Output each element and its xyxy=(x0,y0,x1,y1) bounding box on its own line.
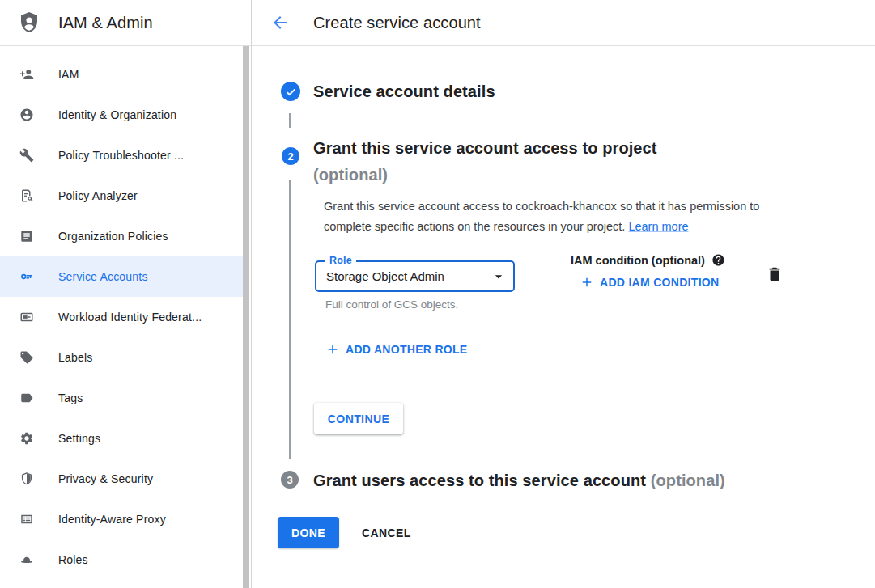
sidebar-item-settings[interactable]: Settings xyxy=(0,418,243,459)
step3-title-text: Grant users access to this service accou… xyxy=(313,472,646,489)
sidebar-item-privacy-security[interactable]: Privacy & Security xyxy=(0,459,243,499)
arrow-back-icon xyxy=(270,13,290,32)
sidebar-item-label: Workload Identity Federat... xyxy=(58,311,202,324)
sidebar-item-label: IAM xyxy=(58,68,79,81)
sidebar-item-label: Identity & Organization xyxy=(58,108,176,121)
service-account-key-icon xyxy=(19,269,34,284)
sidebar-item-identity-organization[interactable]: Identity & Organization xyxy=(0,95,243,135)
sidebar-item-label: Settings xyxy=(58,432,100,445)
page-title: Create service account xyxy=(313,0,481,45)
sidebar-item-label: Identity-Aware Proxy xyxy=(58,513,166,526)
step3-title[interactable]: Grant users access to this service accou… xyxy=(313,469,725,492)
role-helper-text: Full control of GCS objects. xyxy=(325,298,458,311)
sidebar-item-label: Policy Analyzer xyxy=(58,189,138,202)
shield-half-icon xyxy=(19,472,34,486)
policy-analyzer-icon xyxy=(19,188,34,203)
create-service-account-page: IAM & Admin Create service account IAMId… xyxy=(0,0,875,588)
sidebar-item-identity-aware-proxy[interactable]: Identity-Aware Proxy xyxy=(0,499,243,539)
step1-title[interactable]: Service account details xyxy=(313,80,495,103)
sidebar-item-service-accounts[interactable]: Service Accounts xyxy=(0,256,243,297)
sidebar-item-organization-policies[interactable]: Organization Policies xyxy=(0,216,243,256)
back-button[interactable] xyxy=(270,12,291,33)
step3-optional-text: (optional) xyxy=(651,472,725,489)
step-connector xyxy=(289,180,291,459)
sidebar-nav: IAMIdentity & OrganizationPolicy Trouble… xyxy=(0,46,243,588)
help-icon[interactable] xyxy=(711,253,725,267)
tag-arrow-icon xyxy=(19,391,34,405)
add-iam-condition-button[interactable]: ADD IAM CONDITION xyxy=(580,275,719,290)
check-icon xyxy=(285,86,297,98)
sidebar-item-label: Service Accounts xyxy=(58,270,148,283)
add-another-role-button[interactable]: ADD ANOTHER ROLE xyxy=(325,342,468,357)
account-circle-icon xyxy=(19,108,34,122)
sidebar-item-label: Policy Troubleshooter ... xyxy=(58,149,184,162)
plus-icon xyxy=(325,342,340,357)
sidebar-scrollbar[interactable] xyxy=(243,46,249,588)
dropdown-caret-icon xyxy=(491,269,507,285)
step2-title-text: Grant this service account access to pro… xyxy=(313,135,657,162)
iam-condition-label: IAM condition (optional) xyxy=(571,253,725,267)
sidebar-divider xyxy=(251,0,252,588)
cancel-button[interactable]: CANCEL xyxy=(354,517,419,548)
sidebar-item-labels[interactable]: Labels xyxy=(0,337,243,378)
proxy-grid-icon xyxy=(19,512,34,527)
plus-icon xyxy=(580,275,594,290)
step-connector xyxy=(289,113,291,128)
step2-number: 2 xyxy=(287,150,293,163)
role-selected-value: Storage Object Admin xyxy=(326,262,444,290)
sidebar-item-label: Organization Policies xyxy=(58,230,168,243)
learn-more-link[interactable]: Learn more xyxy=(628,220,688,233)
step2-title: Grant this service account access to pro… xyxy=(313,135,657,188)
label-tag-icon xyxy=(19,350,34,365)
hat-icon xyxy=(19,552,34,567)
sidebar-item-policy-analyzer[interactable]: Policy Analyzer xyxy=(0,176,243,216)
step3-number-badge: 3 xyxy=(281,471,299,489)
step2-optional-label: (optional) xyxy=(313,162,657,188)
app-header: IAM & Admin Create service account xyxy=(0,0,875,46)
step1-completed-badge xyxy=(281,82,300,101)
delete-role-button[interactable] xyxy=(766,265,784,283)
step2-number-badge: 2 xyxy=(282,147,299,165)
role-select[interactable]: Role Storage Object Admin xyxy=(315,260,515,292)
continue-button[interactable]: CONTINUE xyxy=(314,403,403,434)
add-another-role-label: ADD ANOTHER ROLE xyxy=(346,343,468,356)
iam-condition-label-text: IAM condition (optional) xyxy=(571,254,705,267)
sidebar-item-roles[interactable]: Roles xyxy=(0,539,243,580)
identity-card-icon xyxy=(19,310,34,324)
sidebar-item-label: Roles xyxy=(58,553,88,566)
add-iam-condition-label: ADD IAM CONDITION xyxy=(600,276,719,289)
sidebar-item-tags[interactable]: Tags xyxy=(0,378,243,418)
sidebar-item-label: Tags xyxy=(58,391,83,404)
sidebar-item-policy-troubleshooter[interactable]: Policy Troubleshooter ... xyxy=(0,135,243,176)
sidebar-item-label: Privacy & Security xyxy=(58,472,153,485)
step2-description: Grant this service account access to coc… xyxy=(324,197,805,237)
done-button[interactable]: DONE xyxy=(278,517,339,548)
iam-shield-icon xyxy=(16,10,42,36)
product-header: IAM & Admin xyxy=(0,0,252,45)
step2-description-text: Grant this service account access to coc… xyxy=(324,200,759,233)
sidebar-item-iam[interactable]: IAM xyxy=(0,54,243,95)
gear-icon xyxy=(19,431,34,446)
document-lines-icon xyxy=(19,229,34,243)
person-add-icon xyxy=(19,67,34,82)
step3-number: 3 xyxy=(287,474,292,486)
sidebar-item-label: Labels xyxy=(58,351,92,364)
product-name: IAM & Admin xyxy=(58,14,153,32)
sidebar-item-workload-identity-federat[interactable]: Workload Identity Federat... xyxy=(0,297,243,337)
wrench-icon xyxy=(19,148,34,163)
